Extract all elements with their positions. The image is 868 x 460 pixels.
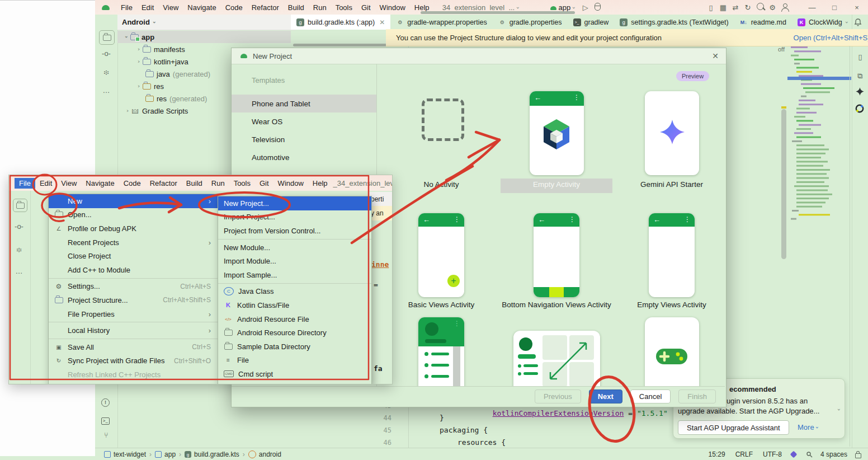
tab-gradle-wrapper-properties[interactable]: ⚙ gradle-wrapper.properties [390,15,492,30]
template-card-navigation-drawer[interactable]: ⋮ [385,317,497,387]
previous-button[interactable]: Previous [535,389,581,403]
more-toolwindows-button[interactable]: … [100,86,112,95]
more-toolwindows-button[interactable]: … [13,267,25,275]
close-button[interactable]: × [846,3,868,12]
template-card-basic-views-activity[interactable]: ←⋮ + Basic Views Activity [385,198,497,313]
plugin-status-icon[interactable] [790,450,798,458]
minimize-button[interactable]: — [801,3,823,12]
submenu-item-import-module[interactable]: Import Module... [218,254,371,268]
tab-gradlew[interactable]: >_ gradlew [568,15,615,30]
cancel-button[interactable]: Cancel [630,389,671,403]
menu-code[interactable]: Code [221,3,247,12]
code-minimap[interactable] [787,45,851,232]
menu-tools[interactable]: Tools [331,3,357,12]
sidebar-item-phone-and-tablet[interactable]: Phone and Tablet [232,95,376,112]
next-button[interactable]: Next [589,389,622,403]
submenu-item-android-resource-file[interactable]: </>Android Resource File [218,312,371,326]
submenu-item-project-from-vcs[interactable]: Project from Version Control... [218,224,371,238]
breadcrumb-build-gradle[interactable]: build.gradle.kts [194,450,239,458]
finish-button[interactable]: Finish [678,389,716,403]
overlay-menu-file[interactable]: File [15,178,35,189]
menu-item-settings[interactable]: ⚙Settings...Ctrl+Alt+S [49,280,218,294]
submenu-item-kotlin-class[interactable]: KKotlin Class/File [218,298,371,312]
menu-build[interactable]: Build [284,3,309,12]
dialog-close-icon[interactable]: ✕ [709,51,721,60]
maximize-button[interactable]: □ [823,3,846,12]
project-panel-header[interactable]: Android › [117,15,295,30]
banner-open-link[interactable]: Open (Ctrl+Alt+Shift+S) [794,34,868,42]
menu-view[interactable]: View [158,3,183,12]
menu-item-project-structure[interactable]: Project Structure...Ctrl+Alt+Shift+S [49,293,218,307]
running-devices-button[interactable]: ⧉ [854,72,866,81]
encoding-indicator[interactable]: UTF-8 [763,450,782,458]
menu-run[interactable]: Run [309,3,331,12]
dialog-title-bar[interactable]: New Project ✕ [232,48,726,64]
sidebar-item-television[interactable]: Television [232,130,376,148]
menu-item-profile-or-debug-apk[interactable]: ∠Profile or Debug APK [49,222,218,236]
template-card-empty-views-activity[interactable]: ←⋮ Empty Views Activity [616,198,728,313]
template-card-no-activity[interactable]: No Activity [385,69,497,198]
overlay-menu-help[interactable]: Help [308,179,332,187]
debug-button[interactable] [592,3,604,12]
tab-clockwidget[interactable]: K ClockWidg› [792,15,853,30]
sync-gradle-icon[interactable]: ↻ [742,3,754,12]
tabstrip-scrollbar[interactable] [421,11,575,14]
overlay-project-selector[interactable]: _34_extension_lev [332,179,393,187]
submenu-item-android-resource-directory[interactable]: Android Resource Directory [218,326,371,340]
overlay-menu-navigate[interactable]: Navigate [81,179,119,187]
sidebar-item-wear-os[interactable]: Wear OS [232,112,376,130]
overlay-menu-window[interactable]: Window [273,179,308,187]
menu-item-refresh-linked-cpp[interactable]: Refresh Linked C++ Projects [49,368,218,382]
overlay-menu-refactor[interactable]: Refactor [145,179,182,187]
template-card-responsive-views[interactable] [501,317,612,387]
pin-icon[interactable] [805,451,813,458]
overlay-menu-code[interactable]: Code [119,179,145,187]
terminal-toolwindow-button[interactable]: >_ [101,414,110,425]
lock-icon[interactable] [855,453,861,458]
device-manager-icon[interactable]: ▯ [705,3,717,12]
menu-item-open[interactable]: Open... [49,208,218,222]
commit-toolwindow-button[interactable]: -o- [100,49,112,58]
tree-row-app[interactable]: ›app [117,31,291,43]
tab-readme-md[interactable]: M↓ readme.md [734,15,792,30]
submenu-item-file[interactable]: ≡File [218,354,371,368]
agp-expand-icon[interactable]: › [836,409,842,411]
tab-build-gradle-kts[interactable]: g build.gradle.kts (:app)✕ [291,15,390,30]
gemini-toolwindow-icon[interactable] [856,87,864,96]
structure-toolwindow-button[interactable]: ፨ [13,246,25,255]
menu-item-file-properties[interactable]: File Properties› [49,307,218,321]
close-tab-icon[interactable]: ✕ [379,18,385,26]
menu-file[interactable]: File [116,3,137,12]
agp-start-assistant-button[interactable]: Start AGP Upgrade Assistant [678,420,789,435]
overlay-menu-run[interactable]: Run [207,179,229,187]
menu-window[interactable]: Window [375,3,410,12]
overlay-menu-build[interactable]: Build [182,179,207,187]
submenu-item-cmd-script[interactable]: CMDCmd script [218,367,371,381]
account-icon[interactable] [779,3,791,12]
overlay-menu-git[interactable]: Git [255,179,273,187]
submenu-item-sample-data-directory[interactable]: Sample Data Directory [218,340,371,354]
project-toolwindow-button[interactable] [13,199,27,212]
submenu-item-new-module[interactable]: New Module... [218,241,371,255]
menu-item-local-history[interactable]: Local History› [49,323,218,337]
indent-indicator[interactable]: 4 spaces [820,450,847,458]
editor-v-scrollbar[interactable] [781,109,786,259]
search-everywhere-icon[interactable] [754,3,766,12]
project-toolwindow-button[interactable] [99,30,115,45]
agp-more-link[interactable]: More › [798,423,818,431]
menu-item-add-cpp-to-module[interactable]: Add C++ to Module [49,263,218,277]
breadcrumb-text-widget[interactable]: text-widget [114,450,146,458]
breadcrumb-app[interactable]: app [164,450,176,458]
overlay-menu-tools[interactable]: Tools [229,179,255,187]
submenu-item-new-project[interactable]: New Project... [218,196,371,210]
template-card-gemini-api-starter[interactable]: Preview Gemini API Starter [616,69,728,198]
menu-navigate[interactable]: Navigate [183,3,220,12]
version-control-toolwindow-button[interactable]: ⑂ [100,431,112,439]
project-selector[interactable]: _34_extension_level_... › [434,3,523,12]
run-configuration-selector[interactable]: app › [546,3,579,12]
problems-toolwindow-button[interactable]: ! [101,396,110,407]
tab-settings-gradle-kts[interactable]: g settings.gradle.kts (TextWidget) [614,15,734,30]
line-ending-indicator[interactable]: CRLF [735,450,753,458]
menu-git[interactable]: Git [357,3,375,12]
device-explorer-button[interactable]: ▯ [854,53,866,61]
